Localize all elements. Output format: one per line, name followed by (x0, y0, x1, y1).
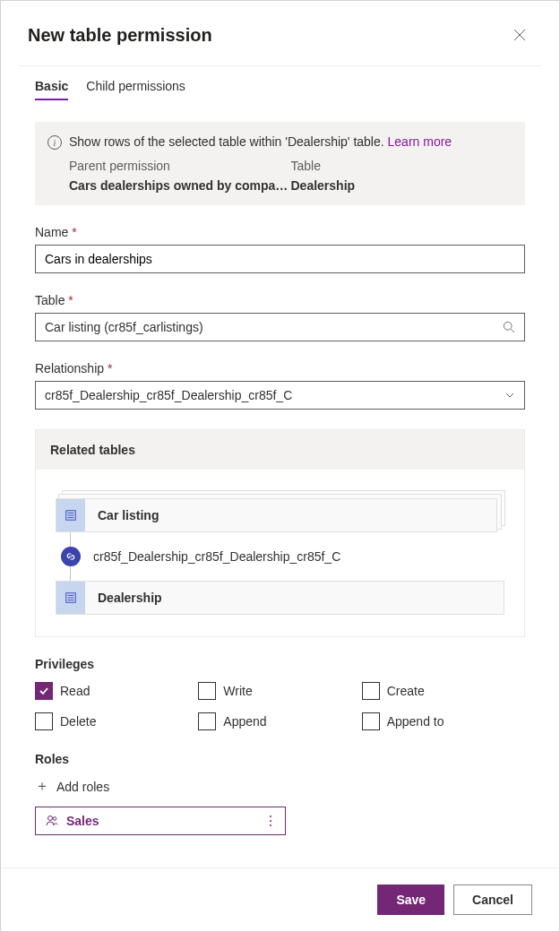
table-icon (56, 499, 85, 531)
related-tables-heading: Related tables (36, 430, 524, 470)
role-label: Sales (66, 814, 99, 828)
privilege-label: Write (223, 684, 252, 698)
people-icon (45, 814, 59, 828)
save-button[interactable]: Save (377, 885, 444, 915)
privileges-grid: Read Write Create Delete Append Append t… (35, 682, 525, 730)
privilege-create[interactable]: Create (362, 682, 525, 700)
svg-point-0 (504, 322, 512, 330)
parent-table-value: Dealership (291, 178, 513, 193)
parent-permission-value: Cars dealerships owned by compa… (69, 178, 291, 193)
privilege-label: Delete (60, 714, 96, 729)
search-icon (503, 321, 515, 333)
relationship-name: cr85f_Dealership_cr85f_Dealership_cr85f_… (93, 549, 340, 564)
privilege-label: Create (387, 684, 425, 698)
privileges-heading: Privileges (35, 657, 525, 671)
privilege-label: Read (60, 684, 90, 698)
chevron-down-icon (504, 390, 515, 401)
svg-point-11 (53, 817, 56, 821)
new-table-permission-panel: New table permission Basic Child permiss… (0, 0, 560, 932)
checkbox-icon (198, 712, 216, 730)
checkbox-icon (362, 712, 380, 730)
privilege-read[interactable]: Read (35, 682, 198, 700)
related-table-label: Dealership (98, 591, 162, 605)
svg-point-14 (270, 824, 271, 826)
panel-header: New table permission (1, 1, 559, 65)
info-icon: i (47, 135, 62, 150)
privilege-write[interactable]: Write (198, 682, 361, 700)
panel-footer: Save Cancel (1, 867, 559, 931)
related-table-label: Car listing (98, 508, 159, 522)
privilege-delete[interactable]: Delete (35, 712, 198, 730)
tab-basic[interactable]: Basic (35, 79, 68, 100)
privilege-label: Append (223, 714, 266, 729)
related-table-dealership: Dealership (56, 581, 504, 615)
checkbox-checked-icon (35, 682, 53, 700)
privilege-append-to[interactable]: Append to (362, 712, 525, 730)
table-icon (56, 582, 85, 614)
panel-title: New table permission (28, 25, 212, 46)
privilege-label: Append to (387, 714, 444, 729)
checkbox-icon (198, 682, 216, 700)
link-icon (61, 547, 81, 566)
add-roles-label: Add roles (56, 780, 109, 794)
parent-table-label: Table (291, 159, 513, 173)
table-picker[interactable]: Car listing (cr85f_carlistings) (35, 313, 525, 341)
related-tables-section: Related tables Car listing cr85f_Dealers… (35, 429, 525, 637)
tabs: Basic Child permissions (1, 66, 559, 100)
learn-more-link[interactable]: Learn more (388, 134, 452, 149)
relationship-value: cr85f_Dealership_cr85f_Dealership_cr85f_… (45, 388, 292, 402)
checkbox-icon (35, 712, 53, 730)
relationship-row: cr85f_Dealership_cr85f_Dealership_cr85f_… (61, 547, 504, 566)
privilege-append[interactable]: Append (198, 712, 361, 730)
table-field: Table * Car listing (cr85f_carlistings) (35, 293, 525, 341)
roles-heading: Roles (35, 752, 525, 766)
relationship-label: Relationship * (35, 361, 525, 375)
relationship-field: Relationship * cr85f_Dealership_cr85f_De… (35, 361, 525, 410)
svg-point-13 (270, 820, 271, 822)
name-field: Name * (35, 225, 525, 273)
close-button[interactable] (507, 22, 532, 47)
name-label: Name * (35, 225, 525, 239)
name-input[interactable] (35, 245, 525, 273)
relationship-select[interactable]: cr85f_Dealership_cr85f_Dealership_cr85f_… (35, 381, 525, 410)
table-value: Car listing (cr85f_carlistings) (45, 320, 203, 334)
more-vertical-icon[interactable] (265, 815, 276, 827)
panel-content: i Show rows of the selected table within… (1, 100, 559, 835)
add-roles-button[interactable]: ＋ Add roles (35, 777, 525, 796)
related-table-car-listing: Car listing (56, 498, 497, 532)
info-message: Show rows of the selected table within '… (69, 134, 384, 149)
parent-permission-label: Parent permission (69, 159, 291, 173)
info-text: Show rows of the selected table within '… (69, 134, 452, 149)
svg-point-10 (48, 816, 53, 821)
plus-icon: ＋ (35, 777, 49, 796)
table-label: Table * (35, 293, 525, 307)
cancel-button[interactable]: Cancel (453, 885, 532, 915)
role-chip-sales[interactable]: Sales (35, 807, 286, 835)
tab-child-permissions[interactable]: Child permissions (86, 79, 185, 100)
close-icon (513, 29, 526, 41)
svg-point-12 (270, 816, 271, 817)
checkbox-icon (362, 682, 380, 700)
info-banner: i Show rows of the selected table within… (35, 122, 525, 205)
svg-line-1 (511, 329, 514, 332)
